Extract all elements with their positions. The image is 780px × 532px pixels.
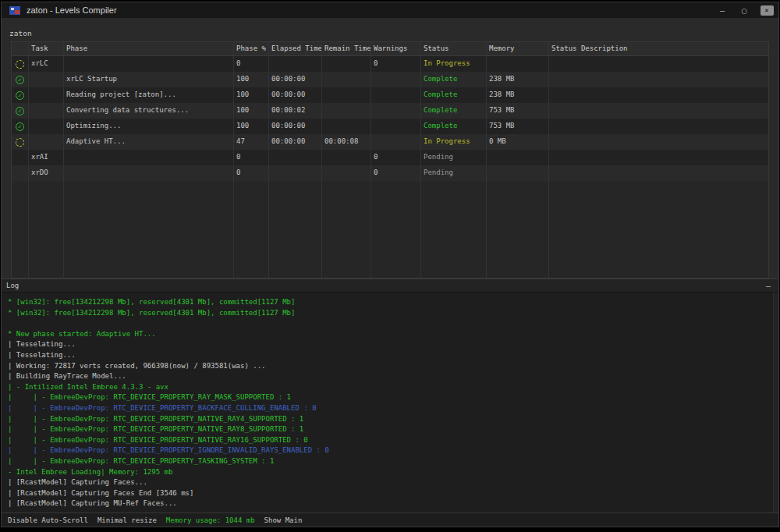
log-scrollbar[interactable] <box>773 293 778 512</box>
statusbar: Disable Auto-ScrollMinimal resizeMemory … <box>2 512 778 527</box>
cell-phase: Adaptive HT... <box>64 134 234 150</box>
close-icon: ✕ <box>760 5 774 16</box>
table-row[interactable]: ✓Optimizing...10000:00:00Complete753 MB <box>12 119 768 134</box>
log-line: * New phase started: Adaptive HT... <box>8 329 769 340</box>
cell-memory <box>487 150 549 165</box>
cell-elapsed: 00:00:00 <box>269 119 322 134</box>
header-cell-warnings: Warnings <box>371 42 421 55</box>
table-row[interactable]: ✓Reading project [zaton]...10000:00:00Co… <box>12 87 768 103</box>
cell-status: In Progress <box>421 56 487 72</box>
cell-warnings <box>371 119 421 134</box>
minimal-resize-button[interactable]: Minimal resize <box>98 516 157 524</box>
header-cell-icon <box>12 42 29 55</box>
header-cell-status-description: Status Description <box>549 42 768 55</box>
cell-remain <box>322 165 371 181</box>
cell-empty <box>487 181 549 278</box>
cell-memory: 753 MB <box>487 119 549 134</box>
cell-phase <box>64 165 234 181</box>
cell-icon <box>12 134 29 150</box>
table-row[interactable]: xrLC00In Progress <box>12 56 768 72</box>
disable-auto-scroll-button[interactable]: Disable Auto-Scroll <box>8 516 88 524</box>
table-row[interactable]: ✓xrLC Startup10000:00:00Complete238 MB <box>12 72 768 87</box>
log-line: | Tesselating... <box>8 339 769 350</box>
log-line: | - Intilized Intel Embree 4.3.3 - avx <box>8 382 769 393</box>
table-row[interactable]: ✓Converting data structures...10000:00:0… <box>12 103 768 119</box>
cell-empty <box>29 181 64 278</box>
cell-percent: 0 <box>234 150 269 165</box>
cell-task <box>29 103 64 119</box>
cell-icon: ✓ <box>12 72 29 87</box>
cell-warnings <box>371 134 421 150</box>
cell-phase: Optimizing... <box>64 119 234 134</box>
header-cell-phase-percent: Phase % <box>234 42 269 55</box>
cell-description <box>549 119 768 134</box>
app-icon <box>9 6 20 15</box>
cell-empty <box>371 181 421 278</box>
cell-memory <box>487 56 549 72</box>
log-line: | Tesselating... <box>8 350 769 361</box>
cell-remain <box>322 150 371 165</box>
cell-status: Pending <box>421 165 487 181</box>
cell-warnings: 0 <box>371 165 421 181</box>
cell-percent: 100 <box>234 119 269 134</box>
cell-phase: xrLC Startup <box>64 72 234 87</box>
cell-description <box>549 72 768 87</box>
cell-status: Complete <box>421 72 487 87</box>
log-title: Log <box>6 282 763 289</box>
cell-memory: 0 MB <box>487 134 549 150</box>
check-icon: ✓ <box>16 91 24 100</box>
header-cell-phase: Phase <box>64 42 234 55</box>
log-line: * [win32]: free[134212298 Mb], reserved[… <box>8 297 769 308</box>
memory-usage-label: Memory usage: 1044 mb <box>166 516 255 524</box>
log-collapse-button[interactable]: – <box>763 282 774 290</box>
cell-elapsed: 00:00:00 <box>269 72 322 87</box>
cell-icon <box>12 56 29 72</box>
header-cell-elapsed-time: Elapsed Time <box>269 42 322 55</box>
task-table: Task Phase Phase % Elapsed Time Remain T… <box>11 41 769 278</box>
cell-phase: Converting data structures... <box>64 103 234 119</box>
table-row[interactable]: xrDO00Pending <box>12 165 768 181</box>
cell-remain <box>322 72 371 87</box>
cell-memory: 238 MB <box>487 72 549 87</box>
cell-description <box>549 56 768 72</box>
log-line: | | - EmbreeDevProp: RTC_DEVICE_PROPERTY… <box>8 424 769 435</box>
cell-warnings <box>371 103 421 119</box>
cell-memory: 753 MB <box>487 103 549 119</box>
cell-status: Pending <box>421 150 487 165</box>
cell-task: xrAI <box>29 150 64 165</box>
cell-task: xrLC <box>29 56 64 72</box>
cell-remain <box>322 56 371 72</box>
cell-memory <box>487 165 549 181</box>
cell-remain <box>322 119 371 134</box>
table-header: Task Phase Phase % Elapsed Time Remain T… <box>12 42 768 56</box>
close-button[interactable]: ✕ <box>755 2 778 18</box>
log-line: | | - EmbreeDevProp: RTC_DEVICE_PROPERTY… <box>8 456 769 467</box>
cell-percent: 100 <box>234 87 269 103</box>
cell-status: Complete <box>421 119 487 134</box>
log-line: | Working: 72817 verts created, 966398(n… <box>8 361 769 372</box>
cell-description <box>549 134 768 150</box>
cell-empty <box>322 181 371 278</box>
table-row[interactable]: Adaptive HT...4700:00:0000:00:08In Progr… <box>12 134 768 150</box>
table-row[interactable]: xrAI00Pending <box>12 150 768 165</box>
cell-elapsed: 00:00:00 <box>269 87 322 103</box>
log-line: | Building RayTrace Model... <box>8 371 769 382</box>
cell-percent: 0 <box>234 165 269 181</box>
log-line: | [RcastModel] Capturing Faces... <box>8 477 769 488</box>
log-content[interactable]: * [win32]: free[134212298 Mb], reserved[… <box>2 293 778 512</box>
cell-empty <box>64 181 234 278</box>
minimize-button[interactable]: – <box>711 2 733 18</box>
cell-task <box>29 134 64 150</box>
cell-icon <box>12 150 29 165</box>
maximize-button[interactable]: ▢ <box>733 2 755 18</box>
cell-empty <box>12 181 29 278</box>
spinner-icon <box>16 60 24 69</box>
cell-percent: 0 <box>234 56 269 72</box>
cell-description <box>549 165 768 181</box>
cell-remain <box>322 103 371 119</box>
project-label: zaton <box>9 29 32 37</box>
cell-elapsed: 00:00:02 <box>269 103 322 119</box>
log-line: | | - EmbreeDevProp: RTC_DEVICE_PROPERTY… <box>8 392 769 403</box>
show-main-button[interactable]: Show Main <box>264 516 303 524</box>
cell-remain: 00:00:08 <box>322 134 371 150</box>
